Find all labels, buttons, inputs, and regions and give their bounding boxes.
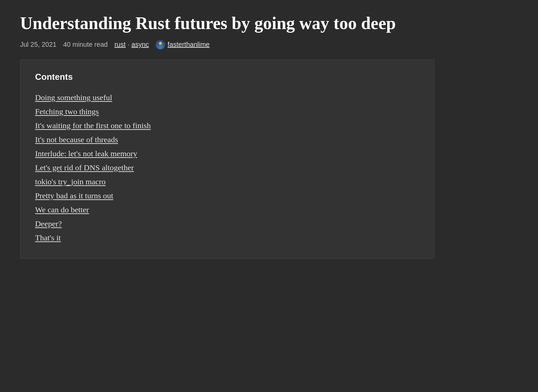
contents-link-10[interactable]: That's it <box>35 233 61 242</box>
article-read-time: 40 minute read <box>63 41 108 48</box>
list-item: It's not because of threads <box>35 134 419 146</box>
contents-link-2[interactable]: It's waiting for the first one to finish <box>35 121 151 130</box>
author-name: fasterthanlime <box>168 41 210 48</box>
contents-link-8[interactable]: We can do better <box>35 205 89 214</box>
contents-link-7[interactable]: Pretty bad as it turns out <box>35 191 113 200</box>
list-item: Fetching two things <box>35 106 419 118</box>
tag-async[interactable]: async <box>131 41 149 48</box>
contents-link-1[interactable]: Fetching two things <box>35 107 99 116</box>
contents-list: Doing something usefulFetching two thing… <box>35 91 419 244</box>
contents-link-6[interactable]: tokio's try_join macro <box>35 177 106 186</box>
list-item: Pretty bad as it turns out <box>35 190 419 202</box>
list-item: Let's get rid of DNS altogether <box>35 162 419 174</box>
contents-box: Contents Doing something usefulFetching … <box>20 59 434 259</box>
contents-link-5[interactable]: Let's get rid of DNS altogether <box>35 163 134 172</box>
author-avatar-image <box>156 40 165 49</box>
contents-link-3[interactable]: It's not because of threads <box>35 135 118 144</box>
contents-link-4[interactable]: Interlude: let's not leak memory <box>35 149 137 158</box>
list-item: Doing something useful <box>35 91 419 104</box>
list-item: It's waiting for the first one to finish <box>35 120 419 132</box>
list-item: Interlude: let's not leak memory <box>35 148 419 160</box>
article-tags: rust · async <box>114 41 149 48</box>
article-author[interactable]: fasterthanlime <box>156 40 210 49</box>
contents-heading: Contents <box>35 72 419 82</box>
list-item: We can do better <box>35 204 419 216</box>
contents-link-9[interactable]: Deeper? <box>35 219 62 228</box>
list-item: tokio's try_join macro <box>35 176 419 188</box>
article-date: Jul 25, 2021 <box>20 41 56 48</box>
tag-rust[interactable]: rust <box>114 41 125 48</box>
list-item: Deeper? <box>35 218 419 230</box>
article-meta: Jul 25, 2021 40 minute read rust · async… <box>20 40 518 49</box>
list-item: That's it <box>35 232 419 244</box>
tag-separator: · <box>128 41 130 48</box>
author-avatar <box>156 40 165 49</box>
contents-link-0[interactable]: Doing something useful <box>35 93 112 102</box>
page-header: Understanding Rust futures by going way … <box>20 13 518 49</box>
article-title: Understanding Rust futures by going way … <box>20 13 518 33</box>
